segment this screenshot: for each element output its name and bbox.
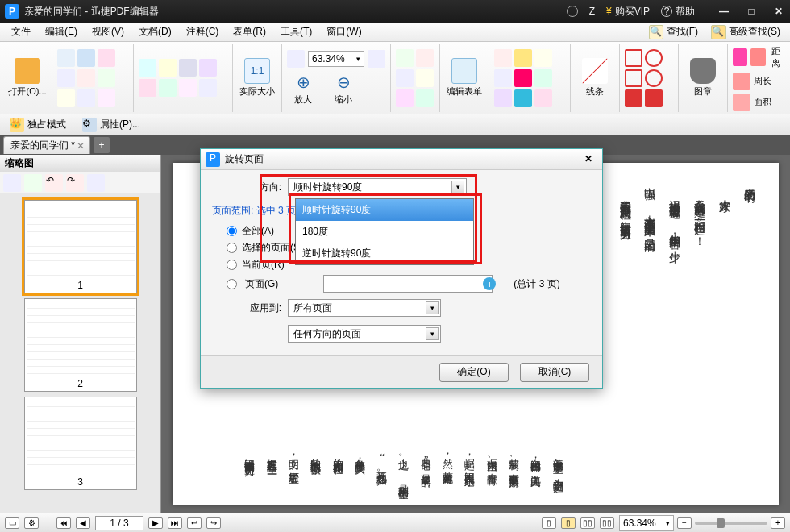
cloud-icon[interactable] (98, 89, 115, 107)
menu-document[interactable]: 文档(D) (132, 23, 178, 40)
exclusive-mode-button[interactable]: 👑独占模式 (5, 116, 71, 134)
layout-contfacing-icon[interactable]: ▯▯ (600, 517, 614, 529)
thumb-rotate-left-icon[interactable]: ↶ (45, 174, 63, 192)
cloud-shape-icon[interactable] (645, 89, 663, 107)
zoom-field[interactable]: 63.34%▾ (308, 51, 364, 67)
dialog-close-button[interactable]: ✕ (584, 153, 597, 166)
layout4-icon[interactable] (416, 89, 434, 107)
scan-icon[interactable] (77, 69, 95, 87)
undo-icon[interactable] (57, 89, 75, 107)
layout-facing-icon[interactable]: ▯▯ (580, 517, 595, 529)
perimeter-label[interactable]: 周长 (754, 75, 771, 87)
buy-vip-button[interactable]: ¥购买VIP (606, 5, 650, 19)
prev-page-button[interactable]: ◀ (76, 517, 90, 529)
actual-size-button[interactable]: 1:1 实际大小 (238, 58, 276, 98)
maximize-button[interactable]: □ (745, 5, 758, 18)
find-button[interactable]: 🔍查找(F) (644, 23, 703, 41)
ellipse-icon[interactable] (645, 69, 663, 87)
menu-view[interactable]: 视图(V) (85, 23, 131, 40)
zoom-area-icon[interactable] (139, 59, 156, 77)
thumbnail-2[interactable]: 2 (24, 298, 137, 392)
zoom-out-button[interactable]: ⊖缩小 (327, 73, 360, 106)
first-page-button[interactable]: ⏮ (56, 517, 71, 529)
area-label[interactable]: 面积 (754, 96, 771, 108)
fit-width-icon[interactable] (287, 50, 305, 68)
area-icon[interactable] (733, 94, 750, 111)
zoom-spin-icon[interactable] (368, 50, 385, 68)
thumb-tool-2[interactable] (24, 174, 42, 192)
nav-back-button[interactable]: ↩ (187, 517, 202, 529)
redo-icon[interactable] (77, 89, 95, 107)
mail-icon[interactable] (98, 49, 115, 67)
layout3-icon[interactable] (396, 89, 414, 107)
doc-icon[interactable] (98, 69, 115, 87)
hand-icon[interactable] (159, 59, 177, 77)
radio-pages[interactable] (227, 279, 237, 289)
underline-icon[interactable] (534, 49, 552, 67)
apply-to-combo[interactable]: 所有页面▾ (288, 299, 441, 317)
textbox-icon[interactable] (494, 49, 512, 67)
edit-form-button[interactable]: 编辑表单 (445, 58, 484, 98)
new-icon[interactable] (57, 49, 75, 67)
close-button[interactable]: ✕ (772, 5, 785, 18)
dist-icon[interactable] (750, 48, 765, 66)
dropdown-option-180[interactable]: 180度 (296, 221, 473, 243)
pages-input[interactable] (323, 275, 493, 293)
cancel-button[interactable]: 取消(C) (520, 363, 589, 382)
rect-icon[interactable] (625, 49, 642, 67)
attach-icon[interactable] (494, 89, 512, 107)
menu-tools[interactable]: 工具(T) (274, 23, 318, 40)
tab-close-icon[interactable]: ✕ (77, 140, 86, 150)
ok-button[interactable]: 确定(O) (439, 363, 509, 382)
globe-icon[interactable] (567, 6, 578, 17)
advanced-find-button[interactable]: 🔍高级查找(S) (706, 23, 785, 41)
menu-file[interactable]: 文件 (5, 23, 37, 40)
layout-cont-icon[interactable]: ▯ (561, 517, 576, 529)
radio-all[interactable] (227, 226, 237, 236)
tcolor-icon[interactable] (514, 69, 532, 87)
new-tab-button[interactable]: + (94, 137, 110, 153)
zoom-slider[interactable] (695, 522, 767, 525)
print-icon[interactable] (57, 69, 75, 87)
nav-fwd-button[interactable]: ↪ (206, 517, 221, 529)
dropdown-option-cw90[interactable]: 顺时针旋转90度 (296, 199, 473, 221)
menu-comment[interactable]: 注释(C) (180, 23, 226, 40)
info-icon[interactable]: i (483, 277, 496, 290)
orientation-combo[interactable]: 任何方向的页面▾ (288, 325, 441, 343)
eraser-icon[interactable] (733, 48, 747, 66)
open-button[interactable]: 打开(O)... (8, 58, 47, 98)
stamp-button[interactable]: 图章 (684, 58, 722, 98)
radio-current[interactable] (227, 260, 237, 270)
lines-button[interactable]: 线条 (576, 58, 614, 98)
menu-edit[interactable]: 编辑(E) (39, 23, 84, 40)
properties-button[interactable]: ⚙属性(P)... (77, 116, 145, 134)
layout2-icon[interactable] (416, 69, 434, 87)
note-icon[interactable] (199, 79, 217, 97)
circle-icon[interactable] (645, 49, 663, 67)
highlight2-icon[interactable] (514, 49, 532, 67)
save-icon[interactable] (77, 49, 95, 67)
rotate-right-icon[interactable] (416, 49, 434, 67)
strikeout-icon[interactable] (494, 69, 512, 87)
radio-selected[interactable] (227, 243, 237, 253)
page-number-field[interactable] (95, 516, 143, 530)
thumb-rotate-right-icon[interactable]: ↷ (66, 174, 84, 192)
user-label[interactable]: Z (589, 6, 595, 17)
thumbnail-1[interactable]: 1 (24, 200, 137, 293)
next-page-button[interactable]: ▶ (148, 517, 163, 529)
menu-form[interactable]: 表单(R) (227, 23, 272, 40)
thumb-tool-1[interactable] (3, 174, 21, 192)
distance-label[interactable]: 距离 (769, 45, 784, 69)
link-icon[interactable] (534, 89, 552, 107)
perim-icon[interactable] (733, 73, 750, 90)
text-select-icon[interactable] (159, 79, 177, 97)
layout-single-icon[interactable]: ▯ (542, 517, 556, 529)
menu-window[interactable]: 窗口(W) (320, 23, 368, 40)
rotate-left-icon[interactable] (396, 49, 414, 67)
help-button[interactable]: ?帮助 (661, 5, 695, 19)
minimize-button[interactable]: — (717, 5, 730, 18)
thumb-tool-5[interactable] (87, 174, 105, 192)
options-icon[interactable]: ⚙ (24, 517, 39, 529)
stamp2-icon[interactable] (534, 69, 552, 87)
zoom-in-icon[interactable]: + (771, 517, 785, 529)
